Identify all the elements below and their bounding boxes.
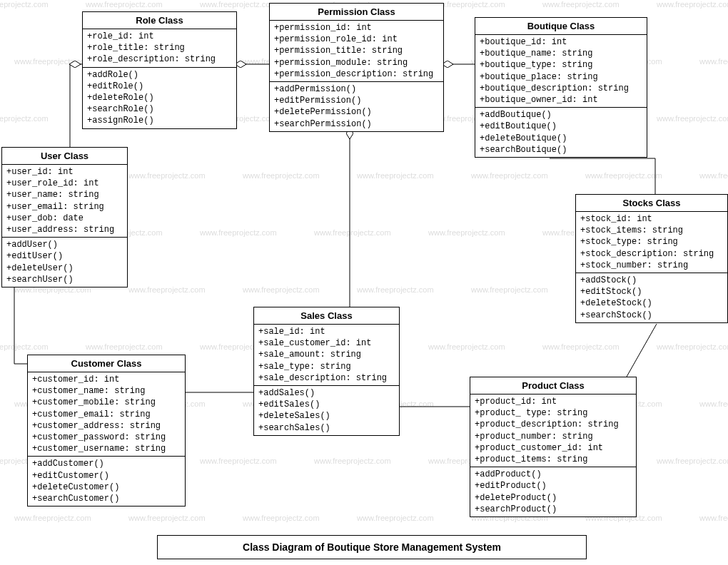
class-ops: +addRole()+editRole()+deleteRole()+searc… — [83, 68, 236, 128]
class-member: +addStock() — [580, 275, 723, 286]
class-stocks: Stocks Class +stock_id: int+stock_items:… — [575, 194, 728, 323]
class-member: +product_number: string — [475, 431, 632, 442]
class-member: +stock_id: int — [580, 213, 723, 225]
class-member: +deleteCustomer() — [32, 482, 181, 493]
class-member: +deleteRole() — [87, 92, 232, 103]
class-title: Customer Class — [28, 355, 185, 372]
class-member: +boutique_description: string — [480, 83, 642, 94]
class-member: +boutique_type: string — [480, 59, 642, 71]
class-member: +user_address: string — [6, 224, 123, 235]
class-member: +stock_items: string — [580, 225, 723, 236]
class-member: +permission_role_id: int — [274, 34, 439, 45]
class-title: Stocks Class — [576, 195, 727, 212]
class-member: +product_customer_id: int — [475, 442, 632, 454]
class-ops: +addStock()+editStock()+deleteStock()+se… — [576, 273, 727, 322]
class-member: +boutique_place: string — [480, 71, 642, 83]
class-member: +searchRole() — [87, 103, 232, 115]
class-member: +addPermission() — [274, 83, 439, 95]
class-member: +deleteProduct() — [475, 492, 632, 504]
class-ops: +addSales()+editSales()+deleteSales()+se… — [254, 386, 399, 435]
class-member: +product_id: int — [475, 396, 632, 407]
class-ops: +addUser()+editUser()+deleteUser()+searc… — [2, 238, 127, 287]
class-product: Product Class +product_id: int+product_ … — [470, 377, 637, 517]
class-member: +deletePermission() — [274, 106, 439, 118]
class-member: +deleteSales() — [258, 410, 395, 422]
class-member: +permission_id: int — [274, 22, 439, 34]
class-sales: Sales Class +sale_id: int+sale_customer_… — [253, 307, 400, 436]
diagram-caption: Class Diagram of Boutique Store Manageme… — [157, 535, 587, 559]
class-member: +sale_type: string — [258, 361, 395, 372]
class-attrs: +product_id: int+product_ type: string+p… — [470, 395, 636, 467]
class-member: +sale_customer_id: int — [258, 337, 395, 349]
class-member: +addRole() — [87, 69, 232, 81]
class-user: User Class +user_id: int+user_role_id: i… — [1, 147, 128, 287]
class-member: +user_email: string — [6, 201, 123, 213]
class-member: +user_role_id: int — [6, 178, 123, 189]
class-member: +searchBoutique() — [480, 144, 642, 156]
class-member: +addCustomer() — [32, 458, 181, 469]
class-member: +addBoutique() — [480, 109, 642, 121]
class-member: +customer_id: int — [32, 374, 181, 385]
class-member: +deleteUser() — [6, 263, 123, 274]
class-attrs: +role_id: int+role_title: string+role_de… — [83, 29, 236, 68]
class-member: +searchStock() — [580, 310, 723, 321]
class-member: +user_name: string — [6, 189, 123, 200]
class-member: +customer_email: string — [32, 409, 181, 420]
class-member: +user_id: int — [6, 166, 123, 178]
class-member: +role_title: string — [87, 42, 232, 54]
class-member: +stock_type: string — [580, 236, 723, 248]
class-attrs: +customer_id: int+customer_name: string+… — [28, 372, 185, 457]
class-member: +stock_number: string — [580, 260, 723, 271]
class-member: +editBoutique() — [480, 121, 642, 132]
class-title: Boutique Class — [475, 18, 647, 35]
class-title: Role Class — [83, 12, 236, 29]
class-ops: +addBoutique()+editBoutique()+deleteBout… — [475, 108, 647, 157]
class-member: +assignRole() — [87, 115, 232, 126]
class-member: +permission_description: string — [274, 68, 439, 80]
class-member: +user_dob: date — [6, 213, 123, 224]
class-member: +role_description: string — [87, 54, 232, 65]
class-ops: +addPermission()+editPermission()+delete… — [270, 82, 443, 131]
class-member: +customer_name: string — [32, 385, 181, 397]
class-member: +customer_mobile: string — [32, 397, 181, 408]
class-member: +product_items: string — [475, 454, 632, 465]
svg-line-9 — [627, 324, 657, 377]
class-member: +sale_id: int — [258, 326, 395, 337]
class-member: +searchCustomer() — [32, 493, 181, 504]
class-title: User Class — [2, 148, 127, 165]
class-member: +sale_description: string — [258, 372, 395, 384]
class-member: +searchPermission() — [274, 118, 439, 130]
class-member: +editSales() — [258, 399, 395, 410]
class-member: +searchProduct() — [475, 504, 632, 515]
class-member: +searchUser() — [6, 274, 123, 285]
class-member: +deleteBoutique() — [480, 133, 642, 144]
class-member: +product_description: string — [475, 419, 632, 430]
class-member: +permission_title: string — [274, 45, 439, 56]
class-member: +editPermission() — [274, 95, 439, 106]
class-attrs: +sale_id: int+sale_customer_id: int+sale… — [254, 325, 399, 386]
class-boutique: Boutique Class +boutique_id: int+boutiqu… — [475, 17, 647, 158]
class-role: Role Class +role_id: int+role_title: str… — [82, 11, 237, 129]
class-attrs: +permission_id: int+permission_role_id: … — [270, 21, 443, 82]
class-member: +addProduct() — [475, 469, 632, 480]
class-member: +addUser() — [6, 239, 123, 250]
class-attrs: +stock_id: int+stock_items: string+stock… — [576, 212, 727, 273]
class-member: +permission_module: string — [274, 57, 439, 68]
class-attrs: +user_id: int+user_role_id: int+user_nam… — [2, 165, 127, 238]
class-member: +role_id: int — [87, 31, 232, 42]
class-member: +boutique_owner_id: int — [480, 94, 642, 106]
class-title: Permission Class — [270, 4, 443, 21]
class-member: +customer_username: string — [32, 443, 181, 454]
class-member: +sale_amount: string — [258, 349, 395, 360]
class-member: +boutique_name: string — [480, 48, 642, 59]
class-member: +customer_password: string — [32, 432, 181, 443]
class-member: +addSales() — [258, 387, 395, 399]
class-member: +boutique_id: int — [480, 36, 642, 48]
class-member: +product_ type: string — [475, 407, 632, 419]
class-attrs: +boutique_id: int+boutique_name: string+… — [475, 35, 647, 108]
class-member: +editRole() — [87, 81, 232, 92]
class-ops: +addCustomer()+editCustomer()+deleteCust… — [28, 457, 185, 506]
class-member: +deleteStock() — [580, 297, 723, 309]
class-member: +searchSales() — [258, 422, 395, 434]
class-member: +editCustomer() — [32, 470, 181, 482]
